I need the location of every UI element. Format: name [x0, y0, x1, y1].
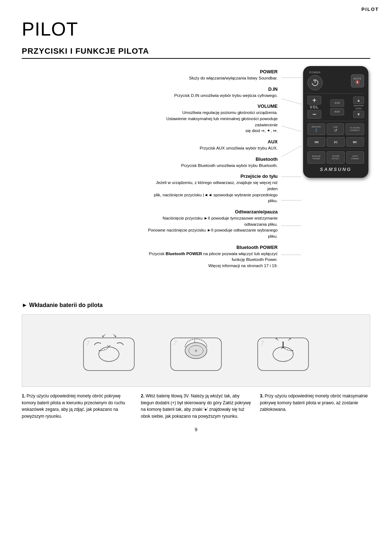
battery-step1-image: 7 ↙ ↘ — [69, 323, 149, 378]
step3-content: Przy użyciu odpowiedniej monety obróć ma… — [260, 393, 368, 412]
woofer-label: WOOFERLEVEL — [354, 105, 364, 110]
battery-instructions: 1. Przy użyciu odpowiedniej monety obróć… — [22, 393, 370, 420]
woofer-up-btn[interactable]: ▲ — [353, 97, 364, 104]
battery-step3-image: ↗ ↖ 7 — [243, 323, 323, 378]
step1-content: Przy użyciu odpowiedniej monety obróć po… — [22, 393, 125, 419]
tv-sound-label: TV SOUNDCONNECT — [350, 127, 360, 131]
desc-aux-text: Przycisk AUX umożliwia wybór trybu AUX. — [200, 145, 278, 151]
bt-power-button[interactable]: BluetoothPOWER — [307, 151, 325, 164]
desc-play-label: Odtwarzanie/pauza — [235, 209, 278, 214]
desc-prev-text: Jeżeli w urządzeniu, z którego odtwarzas… — [147, 180, 278, 204]
bt-power-label: BluetoothPOWER — [312, 155, 320, 160]
desc-volume-label: VOLUME — [257, 103, 278, 109]
battery-title: Wkładanie baterii do pilota — [22, 302, 370, 308]
power-button[interactable] — [307, 75, 323, 90]
usb-button[interactable]: USB ↺ — [327, 123, 344, 135]
woofer-down-btn[interactable]: ▼ — [353, 111, 364, 118]
desc-bluetooth: Bluetooth Przycisk Bluetooth umożliwia w… — [22, 156, 281, 169]
descriptions-column: POWER Służy do włączania/wyłączania list… — [22, 66, 281, 272]
desc-play-text: Naciśnięcie przycisku ►II powoduje tymcz… — [147, 215, 278, 240]
svg-text:↙: ↙ — [102, 332, 106, 338]
sound-effect-button[interactable]: SOUNDEFFECT — [327, 151, 344, 164]
din-button[interactable]: D.IN — [330, 99, 344, 107]
auto-power-button[interactable]: AUTOPOWER — [346, 151, 364, 164]
battery-step2-image: + 7 ↓ — [156, 323, 236, 378]
step2-content: Włóż baterię litową 3V. Należy ją włożyć… — [141, 393, 251, 419]
svg-point-22 — [273, 347, 293, 361]
desc-power-text: Służy do włączania/wyłączania listwy Sou… — [189, 75, 278, 81]
svg-line-1 — [281, 99, 301, 104]
battery-step1-svg: 7 ↙ ↘ — [73, 327, 145, 374]
svg-line-2 — [281, 126, 301, 131]
remote-section: POWER Służy do włączania/wyłączania list… — [22, 66, 370, 295]
desc-bt-power-text: Przycisk Bluetooth POWER na pilocie pozw… — [149, 251, 278, 269]
svg-text:↗: ↗ — [287, 336, 291, 342]
vol-plus-btn[interactable]: + — [307, 96, 321, 105]
desc-din: D.IN Przycisk D.IN umożliwia wybór trybu… — [22, 86, 281, 99]
sound-effect-label: SOUNDEFFECT — [332, 155, 339, 160]
samsung-brand: SAMSUNG — [307, 167, 364, 172]
svg-text:+: + — [195, 348, 197, 353]
battery-step3-svg: ↗ ↖ 7 — [247, 327, 319, 374]
vol-minus-btn[interactable]: − — [307, 110, 321, 119]
usb-icon: ↺ — [334, 128, 337, 133]
aux-button[interactable]: AUX — [330, 108, 344, 115]
desc-bluetooth-text: Przycisk Bluetooth umożliwia wybór trybu… — [181, 163, 278, 169]
page-number: 9 — [22, 427, 370, 432]
desc-power: POWER Służy do włączania/wyłączania list… — [22, 69, 281, 81]
mute-icon: 🔇 — [355, 80, 360, 85]
desc-din-text: Przycisk D.IN umożliwia wybór trybu wejś… — [174, 93, 278, 99]
desc-din-label: D.IN — [268, 86, 278, 92]
desc-bt-power-label: Bluetooth POWER — [237, 245, 278, 250]
svg-text:7: 7 — [86, 340, 90, 346]
desc-prev-label: Przejście do tyłu — [240, 173, 278, 179]
svg-text:7: 7 — [261, 340, 264, 346]
desc-volume-text: Umożliwia regulację poziomu głośności ur… — [147, 110, 278, 134]
tv-sound-button[interactable]: TV SOUNDCONNECT — [346, 123, 364, 135]
desc-power-label: POWER — [260, 69, 278, 74]
vol-label: VOL — [310, 105, 319, 109]
prev-button[interactable]: ⏮ — [307, 137, 325, 147]
desc-volume: VOLUME Umożliwia regulację poziomu głośn… — [22, 103, 281, 134]
desc-prev: Przejście do tyłu Jeżeli w urządzeniu, z… — [22, 173, 281, 204]
play-pause-button[interactable]: ⏯ — [327, 137, 344, 147]
auto-power-label: AUTOPOWER — [351, 155, 359, 160]
svg-text:7: 7 — [173, 340, 177, 346]
page-title: PILOT — [22, 18, 370, 40]
desc-aux-label: AUX — [268, 139, 278, 144]
section-title: PRZYCISKI I FUNKCJE PILOTA — [22, 46, 370, 59]
battery-step1-text: 1. Przy użyciu odpowiedniej monety obróć… — [22, 393, 132, 420]
remote-control: POWER MUTE 🔇 — [303, 66, 370, 178]
next-button[interactable]: ⏭ — [346, 137, 364, 147]
svg-point-11 — [99, 347, 119, 361]
svg-rect-10 — [83, 338, 134, 371]
battery-step2-text: 2. Włóż baterię litową 3V. Należy ją wło… — [141, 393, 251, 420]
battery-section: Wkładanie baterii do pilota 7 — [22, 302, 370, 420]
mute-label: MUTE — [354, 77, 362, 80]
step3-number: 3. — [260, 393, 264, 398]
desc-bt-power: Bluetooth POWER Przycisk Bluetooth POWER… — [22, 245, 281, 269]
connector-lines — [281, 70, 303, 295]
power-label: POWER — [309, 71, 320, 74]
desc-play: Odtwarzanie/pauza Naciśnięcie przycisku … — [22, 209, 281, 240]
battery-step3-text: 3. Przy użyciu odpowiedniej monety obróć… — [260, 393, 370, 420]
step2-number: 2. — [141, 393, 144, 398]
top-pilot-label: PILOT — [362, 7, 379, 12]
bluetooth-button[interactable]: Bluetooth ᛒ — [307, 123, 325, 135]
power-icon — [311, 79, 319, 87]
battery-step2-svg: + 7 ↓ — [160, 327, 232, 374]
svg-text:↓: ↓ — [193, 338, 196, 343]
svg-line-3 — [281, 146, 301, 157]
bluetooth-icon: ᛒ — [315, 128, 318, 133]
svg-text:↘: ↘ — [113, 332, 117, 338]
mute-button[interactable]: MUTE 🔇 — [351, 74, 364, 87]
desc-bluetooth-label: Bluetooth — [256, 156, 278, 162]
svg-text:↖: ↖ — [275, 336, 279, 342]
desc-aux: AUX Przycisk AUX umożliwia wybór trybu A… — [22, 139, 281, 151]
step1-number: 1. — [22, 393, 25, 398]
